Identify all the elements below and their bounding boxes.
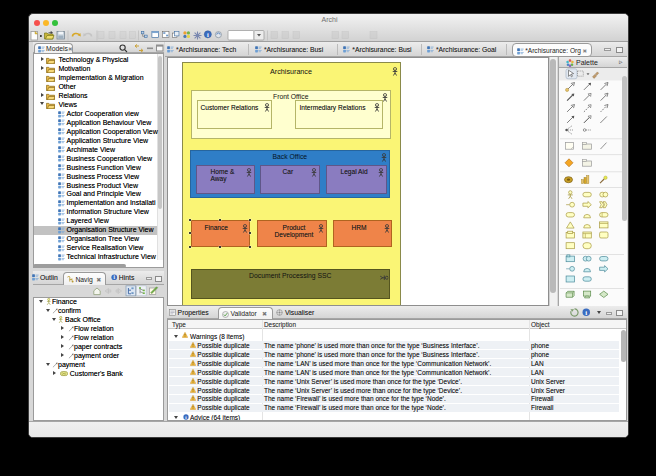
svg-text:i: i: [207, 31, 209, 38]
